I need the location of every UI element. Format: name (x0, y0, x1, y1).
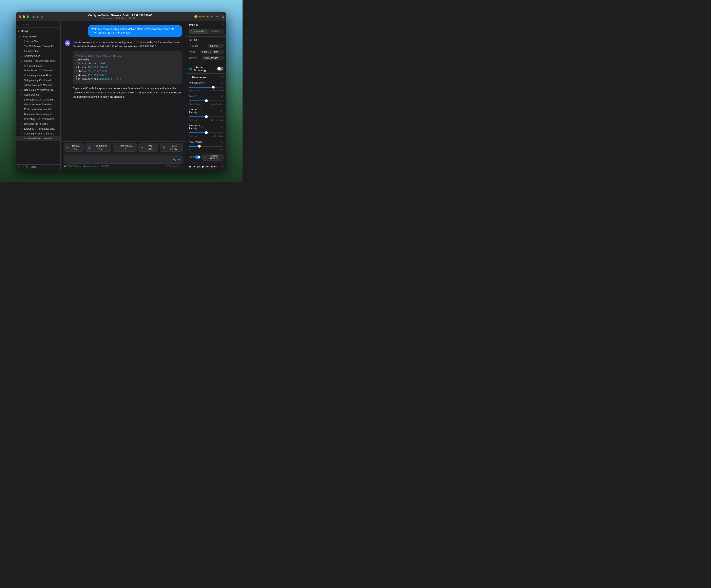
sidebar-item-14[interactable]: ○ Environmental Action: Our... (16, 107, 60, 112)
sidebar-toggle-icon[interactable]: ⊞ (33, 15, 35, 18)
profile-info-icon[interactable]: ⓘ (221, 23, 223, 27)
chat-input-container: 📎 ➤ (64, 155, 183, 164)
sidebar-item-3[interactable]: ○ Anything Goes (16, 54, 60, 59)
sidebar-item-12[interactable]: ○ Incorporating GPTs into Mi... (16, 97, 60, 102)
tab-conversation[interactable]: Conversation (189, 29, 207, 34)
delete-button[interactable]: 🗑 Delete ⇧⌘⌫ (160, 143, 183, 152)
context-select-wrapper: All messages ▾ (202, 56, 223, 60)
waveform-icon[interactable]: ≋ (211, 15, 214, 18)
frequency-penalty-info-icon[interactable]: ⓘ (201, 126, 203, 129)
occupations-button[interactable]: 👤 Occupations ⌘O (85, 143, 111, 152)
chat-input[interactable] (66, 157, 170, 161)
chat-icon-13: ○ (21, 103, 22, 106)
context-select[interactable]: All messages (202, 56, 223, 60)
frequency-penalty-slider-thumb[interactable] (205, 131, 208, 134)
close-button[interactable] (19, 15, 21, 18)
attachment-icon[interactable]: 📎 (172, 158, 176, 161)
internet-browsing-label: Internet Browsing (194, 66, 213, 72)
sidebar-item-1[interactable]: ○ The Multifaceted Role of Fo... (16, 44, 60, 49)
provider-select[interactable]: OpenAI (208, 44, 223, 48)
api-section-header: ⚡ API (189, 39, 223, 42)
restore-defaults-button[interactable]: ↺ Restore Defaults (202, 154, 223, 161)
sidebar-item-8[interactable]: ○ Safeguarding Our Planet (16, 78, 60, 83)
sidebar-item-19[interactable]: ○ Counting Fruits in a Stocke... (16, 131, 60, 136)
chat-toolbar: ≡ Prompts ⌘L 👤 Occupations ⌘O ↺ Regenera… (61, 141, 186, 153)
archive-icon[interactable]: 🗂 (26, 23, 29, 26)
split-view-icon[interactable]: ⧉ (222, 15, 224, 18)
options-icon[interactable]: ⋯ (216, 15, 219, 18)
sidebar-item-9[interactable]: ○ A Chat on AI and Machine L... (16, 83, 60, 87)
enter-to-send-label: Enter to Send (169, 165, 182, 167)
presence-penalty-info-icon[interactable]: ⓘ (200, 110, 202, 113)
context-row: Context All messages ▾ (189, 56, 223, 60)
sidebar-item-11[interactable]: ○ Case Owners (16, 92, 60, 97)
internet-info-icon[interactable]: ⓘ (215, 67, 217, 70)
top-p-reset-icon[interactable]: ⊙ (221, 94, 223, 98)
top-p-info-icon[interactable]: ⓘ (196, 95, 198, 98)
tab-global[interactable]: Global (207, 29, 223, 34)
max-tokens-right-label: 4,096 (218, 149, 223, 151)
chat-icon-14: ○ (21, 108, 22, 111)
sidebar-item-4[interactable]: ○ Google - The Dominant Tec... (16, 59, 60, 63)
sidebar-item-16[interactable]: ○ Protecting Our Environment... (16, 117, 60, 122)
sidebar-item-15[interactable]: ○ Document Analysis Model... (16, 112, 60, 117)
internet-browsing-toggle[interactable] (217, 67, 223, 71)
temperature-reset-icon[interactable]: ⊙ (221, 81, 223, 84)
minimize-button[interactable] (23, 15, 25, 18)
code-label-3: address (76, 66, 88, 69)
home-icon[interactable]: ⌂ (19, 23, 20, 26)
regenerate-button[interactable]: ↺ Regenerate ⌘R (113, 143, 137, 152)
sidebar-item-7[interactable]: ○ Changelog updates AI mod... (16, 73, 60, 78)
reset-button[interactable]: ⟳ Reset ⇧⌘R (138, 143, 159, 152)
sidebar-item-0[interactable]: ○ Concise Chat (16, 39, 60, 44)
max-tokens-slider-labels: 1 4,096 (189, 149, 223, 151)
temperature-slider-thumb[interactable] (212, 86, 215, 88)
temperature-info-icon[interactable]: ⓘ (203, 81, 206, 84)
slider-mini-toggle[interactable] (195, 155, 200, 159)
max-tokens-info-icon[interactable]: ⓘ (203, 140, 205, 143)
profile-header: Profile ⓘ (186, 21, 227, 29)
reset-label: Reset ⇧⌘R (144, 145, 156, 150)
search-icon[interactable]: ⌕ (30, 23, 32, 26)
sidebar-item-17[interactable]: ○ Unveiling the AI Model (16, 122, 60, 126)
sidebar-item-5[interactable]: ○ AI Assistant Q&A (16, 63, 60, 68)
sidebar-item-20[interactable]: ○ Configure Debian Network:... (16, 136, 60, 141)
add-icon[interactable]: ⊕ (41, 15, 43, 18)
sidebar-item-2[interactable]: ○ Friendly Chat (16, 49, 60, 54)
model-select[interactable]: GPT-3.5-Turbo (200, 50, 223, 54)
parameters-info-icon[interactable]: ⓘ (221, 76, 223, 79)
filter-label: Filter (⌘B) (26, 166, 36, 169)
output-preferences-info-icon[interactable]: ⓘ (221, 165, 223, 168)
maximize-button[interactable] (27, 15, 29, 18)
sidebar-item-label-12: Incorporating GPTs into Mi... (24, 98, 55, 101)
settings-icon[interactable]: ⚙ (18, 166, 20, 169)
provider-select-wrapper: OpenAI ▾ (208, 44, 223, 48)
top-p-slider-thumb[interactable] (205, 99, 208, 102)
sidebar-item-18[interactable]: ○ Exploring AI Assistance and... (16, 126, 60, 131)
presence-penalty-slider-thumb[interactable] (205, 115, 208, 118)
max-tokens-slider-thumb[interactable] (198, 145, 201, 148)
send-icon[interactable]: ➤ (177, 158, 180, 161)
sidebar-item-10[interactable]: ○ Nobel 2023 Winners: mRN... (16, 87, 60, 92)
sidebar-group-design-header[interactable]: ▶ Design (16, 28, 60, 34)
sidebar-group-programming-header[interactable]: ▼ Programming (16, 34, 60, 39)
chevron-down-icon: ▼ (18, 35, 20, 38)
code-label-5: gateway (76, 74, 88, 77)
max-tokens-reset-icon[interactable]: ⊙ (221, 140, 223, 143)
layout-icon[interactable]: ▣ (36, 15, 39, 18)
star-icon[interactable]: ☆ (22, 23, 24, 26)
avatar-inner (65, 40, 70, 46)
avatar-bars (66, 42, 69, 44)
frequency-penalty-reset-icon[interactable]: ⊙ (221, 125, 223, 129)
presence-penalty-reset-icon[interactable]: ⊙ (221, 109, 223, 113)
assistant-message: Here is an example of a static network c… (65, 40, 182, 99)
output-preferences-header: ⊞ Output preferences ⓘ (189, 165, 223, 168)
prompts-label: Prompts ⌘L (69, 145, 81, 150)
context-status-dot (84, 165, 86, 167)
sidebar-item-label-6: Nobel Prize 2023 Winners (24, 69, 52, 72)
prompts-button[interactable]: ≡ Prompts ⌘L (64, 143, 84, 152)
sidebar-item-13[interactable]: ○ Virtual Assistant Providing... (16, 102, 60, 107)
filter-icon[interactable]: ◎ (22, 166, 24, 169)
sidebar-item-6[interactable]: ○ Nobel Prize 2023 Winners (16, 68, 60, 73)
user-message: Write me network configuration debian st… (65, 25, 182, 37)
